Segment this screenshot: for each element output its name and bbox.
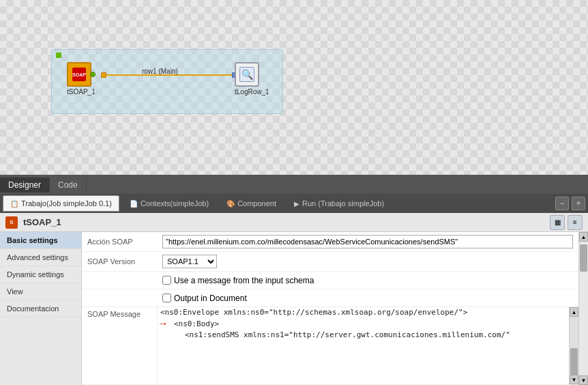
nav-documentacion[interactable]: Documentacion [0,300,81,317]
panel-tab-run[interactable]: ▶ Run (Trabajo simpleJob) [286,195,392,212]
checkbox2-row: Output in Document [82,289,578,307]
soap-icon-inner: SOAP [72,68,86,81]
checkbox1-input[interactable] [162,276,171,285]
node-logrow-label: tLogRow_1 [235,88,269,96]
panel-scroll-thumb [580,244,587,272]
panel-scroll-up[interactable]: ▲ [579,232,588,242]
contexts-icon: 📄 [130,200,138,208]
accion-soap-label: Acción SOAP [87,238,162,246]
checkbox2-input[interactable] [162,294,171,302]
panel-toolbar: 📋 Trabajo(Job simpleJob 0.1) 📄 Contexts(… [0,194,588,213]
left-nav: Basic settings Advanced settings Dynamic… [0,232,82,385]
node-logrow[interactable]: 🔍 tLogRow_1 [235,62,269,96]
scroll-up-arrow[interactable]: ▲ [570,307,578,317]
panel-scroll-track [579,242,588,375]
job-icon: 📋 [10,200,18,208]
toolbar-right: − + [555,197,585,210]
soap-message-editor-area[interactable]: <ns0:Envelope xmlns:ns0="http://schemas.… [157,307,569,384]
scroll-down-arrow[interactable]: ▼ [570,375,578,384]
soap-version-row: SOAP Version SOAP1.1 SOAP1.2 [82,252,578,272]
soap-message-label: SOAP Message [82,307,157,384]
header-right-icons: ▦ ≡ [550,215,583,230]
accion-soap-input[interactable] [162,235,573,248]
soap-message-section: SOAP Message <ns0:Envelope xmlns:ns0="ht… [82,307,578,385]
grid-view-btn[interactable]: ▦ [550,215,565,230]
soap-icon: SOAP [67,62,91,87]
soap-version-select[interactable]: SOAP1.1 SOAP1.2 [162,255,217,268]
toolbar-minus-btn[interactable]: − [555,197,569,210]
panel-scroll-down[interactable]: ▼ [579,375,588,385]
checkbox2-group: Output in Document [162,294,247,303]
logrow-icon-inner: 🔍 [239,67,254,82]
logrow-icon: 🔍 [235,62,259,87]
panel-tab-job[interactable]: 📋 Trabajo(Job simpleJob 0.1) [3,195,119,212]
node-soap-label: tSOAP_1 [67,88,95,96]
checkbox1-group: Use a message from the input schema [162,276,314,285]
list-view-btn[interactable]: ≡ [568,215,583,230]
red-arrow-icon: → [158,317,168,330]
panel-tab-contexts[interactable]: 📄 Contexts(simpleJob) [122,195,216,212]
container-dot [56,53,61,58]
soap-icon-text: SOAP [72,72,86,77]
bottom-panel: 📋 Trabajo(Job simpleJob 0.1) 📄 Contexts(… [0,192,588,385]
component-soap-icon: S [5,216,18,229]
checkbox1-row: Use a message from the input schema [82,272,578,289]
soap-line-2: <ns0:Body> [171,319,222,329]
soap-connector-right [90,72,95,77]
tab-designer[interactable]: Designer [0,177,50,192]
tab-bar: Designer Code [0,175,588,192]
nav-basic-settings[interactable]: Basic settings [0,232,81,249]
connection-line: row1 (Main) [101,74,237,76]
run-icon: ▶ [294,200,299,208]
soap-message-scrollbar[interactable]: ▲ ▼ [569,307,578,384]
component-icon-tab: 🎨 [226,200,235,208]
right-content: Acción SOAP SOAP Version SOAP1.1 SOAP1.2… [82,232,578,385]
flow-container: SOAP tSOAP_1 row1 (Main) 🔍 tLo [51,49,283,114]
soap-line-1: <ns0:Envelope xmlns:ns0="http://schemas.… [158,307,569,317]
nav-advanced-settings[interactable]: Advanced settings [0,249,81,266]
panel-right-scrollbar[interactable]: ▲ ▼ [578,232,588,385]
component-title: tSOAP_1 [23,217,61,227]
canvas-area: SOAP tSOAP_1 row1 (Main) 🔍 tLo [0,0,588,192]
checkbox1-label: Use a message from the input schema [174,276,314,285]
checkbox2-label: Output in Document [174,294,247,303]
component-header: S tSOAP_1 ▦ ≡ [0,213,588,232]
nav-dynamic-settings[interactable]: Dynamic settings [0,266,81,283]
accion-soap-row: Acción SOAP [82,232,578,252]
tab-code[interactable]: Code [50,177,87,192]
connection-label: row1 (Main) [142,68,178,75]
connector-dot-left [101,72,106,78]
soap-line-2-container: → <ns0:Body> [158,317,569,330]
toolbar-plus-btn[interactable]: + [572,197,585,210]
nav-view[interactable]: View [0,283,81,300]
soap-line-3: <ns1:sendSMS xmlns:ns1="http://server.gw… [158,330,569,340]
magnifier-icon: 🔍 [241,69,253,80]
node-soap[interactable]: SOAP tSOAP_1 [67,62,95,96]
soap-version-label: SOAP Version [87,257,162,266]
panel-content: Basic settings Advanced settings Dynamic… [0,232,588,385]
panel-tab-component[interactable]: 🎨 Component [219,195,284,212]
